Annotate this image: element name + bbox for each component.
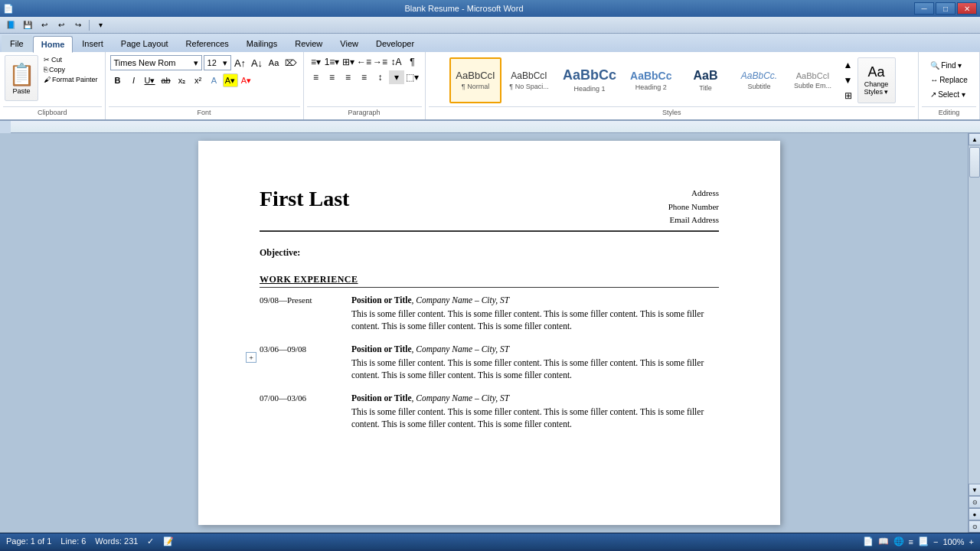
work-details-1[interactable]: Position or Title, Company Name – City, … [351,295,719,332]
vertical-scrollbar[interactable]: ▲ ▼ ⊙ ● ⊙ [968,133,980,533]
zoom-out-button[interactable]: − [933,537,938,546]
align-left-button[interactable]: ≡ [309,70,324,84]
maximize-button[interactable]: □ [936,2,956,15]
italic-button[interactable]: I [126,73,142,87]
format-painter-button[interactable]: 🖌 Format Painter [41,75,100,84]
ruler-side-left [0,121,11,133]
line-spacing-button[interactable]: ↕ [373,70,388,84]
tab-file[interactable]: File [2,35,32,52]
tab-developer[interactable]: Developer [368,35,423,52]
increase-indent-button[interactable]: →≡ [373,55,388,69]
style-heading2[interactable]: AaBbCc Heading 2 [624,57,678,103]
tab-page-layout[interactable]: Page Layout [113,35,177,52]
sort-button[interactable]: ↕A [389,55,404,69]
highlight-button[interactable]: A▾ [223,73,238,87]
underline-button[interactable]: U▾ [142,73,158,87]
view-outline-icon[interactable]: ≡ [909,537,913,546]
borders-button[interactable]: ⬚▾ [405,70,420,84]
replace-button[interactable]: ↔ Replace [927,74,971,86]
prev-page-button[interactable]: ⊙ [969,496,980,508]
style-title[interactable]: AaB Title [680,57,732,103]
font-group: Times New Rom▾ 12▾ A↑ A↓ Aa ⌦ B I U▾ ab … [106,52,304,119]
document-page[interactable]: First Last Address Phone Number Email Ad… [198,141,780,525]
tab-review[interactable]: Review [286,35,331,52]
bullets-button[interactable]: ≡▾ [309,55,324,69]
customize-qa[interactable]: ▾ [93,18,108,32]
multilevel-button[interactable]: ⊞▾ [341,55,356,69]
work-details-3[interactable]: Position or Title, Company Name – City, … [351,393,719,430]
align-center-button[interactable]: ≡ [325,70,340,84]
tab-mailings[interactable]: Mailings [238,35,286,52]
paste-label: Paste [12,87,30,95]
change-case-button[interactable]: Aa [266,56,282,70]
justify-button[interactable]: ≡ [357,70,372,84]
undo-arrow[interactable]: ↩ [54,18,69,32]
document-area[interactable]: First Last Address Phone Number Email Ad… [11,133,968,533]
select-button[interactable]: ↗ Select ▾ [927,89,971,100]
next-page-button[interactable]: ⊙ [969,520,980,533]
show-para-button[interactable]: ¶ [405,55,420,69]
styles-scroll-up[interactable]: ▲ [841,58,856,72]
find-icon: 🔍 [930,61,939,70]
style-h1-preview: AaBbCc [563,67,616,83]
resume-objective[interactable]: Objective: [260,247,719,259]
align-right-button[interactable]: ≡ [341,70,356,84]
paragraph-group: ≡▾ 1≡▾ ⊞▾ ←≡ →≡ ↕A ¶ ≡ ≡ ≡ ≡ ↕ ▾ ⬚▾ Para… [304,52,426,119]
strikethrough-button[interactable]: ab [158,73,174,87]
style-normal[interactable]: AaBbCcI ¶ Normal [449,57,501,103]
font-family-dropdown[interactable]: Times New Rom▾ [110,55,202,70]
scroll-track[interactable] [969,145,980,484]
change-styles-button[interactable]: Aa Change Styles ▾ [858,57,896,103]
cut-button[interactable]: ✂ Cut [41,55,100,64]
close-button[interactable]: ✕ [957,2,977,15]
tab-references[interactable]: References [178,35,237,52]
resume-header: First Last Address Phone Number Email Ad… [260,187,719,232]
scroll-down-button[interactable]: ▼ [969,484,980,496]
font-size-dropdown[interactable]: 12▾ [204,55,231,70]
main-area: First Last Address Phone Number Email Ad… [0,133,980,533]
text-effects-button[interactable]: A [207,73,222,87]
clear-format-button[interactable]: ⌦ [283,56,299,70]
view-web-icon[interactable]: 🌐 [893,536,904,546]
work-title-line-2: Position or Title, Company Name – City, … [351,344,719,354]
tab-view[interactable]: View [332,35,367,52]
scroll-up-button[interactable]: ▲ [969,133,980,145]
find-button[interactable]: 🔍 Find ▾ [927,60,971,71]
tab-home[interactable]: Home [33,36,74,53]
save-button[interactable]: 💾 [20,18,35,32]
paste-button[interactable]: 📋 Paste [5,55,38,101]
style-subtle-em[interactable]: AaBbCcI Subtle Em... [787,57,839,103]
scroll-thumb[interactable] [969,147,980,178]
numbering-button[interactable]: 1≡▾ [325,55,340,69]
resume-name[interactable]: First Last [260,187,349,211]
style-subtitle[interactable]: AaBbCc. Subtitle [733,57,786,103]
clipboard-group: 📋 Paste ✂ Cut ⎘ Copy 🖌 Format Painter Cl… [0,52,106,119]
shrink-font-button[interactable]: A↓ [250,56,265,70]
status-left: Page: 1 of 1 Line: 6 Words: 231 ✓ 📝 [6,536,174,546]
grow-font-button[interactable]: A↑ [233,56,248,70]
superscript-button[interactable]: x² [191,73,206,87]
decrease-indent-button[interactable]: ←≡ [357,55,372,69]
subscript-button[interactable]: x₂ [175,73,190,87]
style-no-spacing[interactable]: AaBbCcI ¶ No Spaci... [503,57,555,103]
styles-scroll-down[interactable]: ▼ [841,73,856,87]
tab-insert[interactable]: Insert [74,35,112,52]
font-color-button[interactable]: A▾ [239,73,254,87]
section-expand-handle[interactable]: + [246,352,256,363]
select-browse-button[interactable]: ● [969,508,980,520]
undo-button[interactable]: ↩ [37,18,52,32]
find-label: Find ▾ [941,61,962,70]
shading-button[interactable]: ▾ [389,70,404,84]
copy-button[interactable]: ⎘ Copy [41,65,100,74]
view-draft-icon[interactable]: 📃 [918,536,929,546]
zoom-in-button[interactable]: + [969,537,974,546]
minimize-button[interactable]: ─ [914,2,934,15]
view-reader-icon[interactable]: 📖 [878,536,889,546]
view-normal-icon[interactable]: 📄 [863,536,874,546]
styles-expand[interactable]: ⊞ [841,89,856,103]
title-bar-controls[interactable]: ─ □ ✕ [914,2,977,15]
bold-button[interactable]: B [110,73,126,87]
work-details-2[interactable]: Position or Title, Company Name – City, … [351,344,719,381]
style-heading1[interactable]: AaBbCc Heading 1 [557,57,622,103]
redo-button[interactable]: ↪ [70,18,86,32]
